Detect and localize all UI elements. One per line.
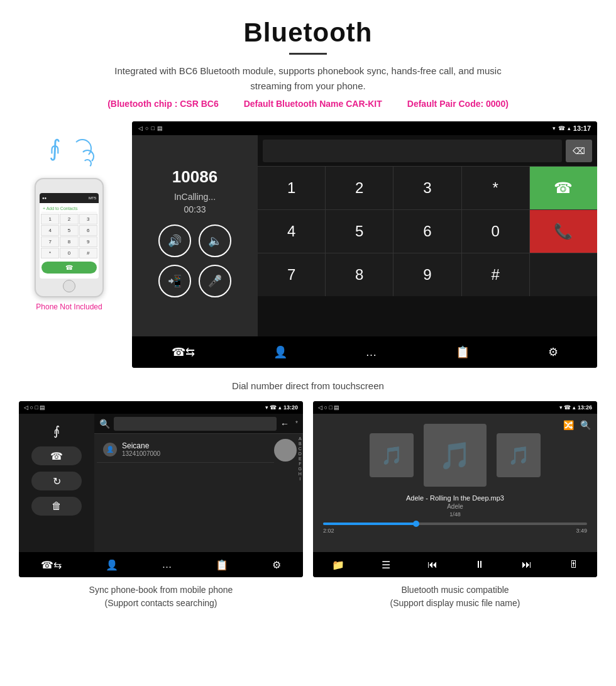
phone-screen: ●● MT5 + Add to Contacts 1 2 3 4 5 6 7 8… <box>40 193 99 279</box>
status-bar: ◁ ○ □ ▤ ▾ ☎ ▴ 13:17 <box>132 121 597 135</box>
status-left: ◁ ○ □ ▤ <box>138 125 163 131</box>
call-button[interactable]: ☎ <box>530 167 597 209</box>
header-divider <box>289 53 327 55</box>
pb-contact-number: 13241007000 <box>122 450 268 457</box>
phone-illustration: ⨙ ●● MT5 + Add to Contacts 1 2 <box>19 134 119 311</box>
key-0[interactable]: 0 <box>462 210 529 253</box>
key-5[interactable]: 5 <box>326 210 393 253</box>
ms-toolbar-prev[interactable]: ⏮ <box>427 559 437 570</box>
key-2[interactable]: 2 <box>326 167 393 209</box>
transfer-button[interactable]: 📲 <box>158 265 191 297</box>
pb-contact-row: 👤 Seicane 13241007000 <box>97 436 274 463</box>
key-3[interactable]: 3 <box>393 167 461 209</box>
back-icon: ◁ <box>138 125 143 131</box>
spec-chip: (Bluetooth chip : CSR BC6 <box>107 99 219 109</box>
music-caption: Bluetooth music compatible (Support disp… <box>313 584 597 610</box>
pb-refresh-btn[interactable]: ↻ <box>31 472 82 490</box>
pb-toolbar-transfer[interactable]: 📋 <box>216 559 228 571</box>
numpad-grid: 1 2 3 * ☎ 4 5 6 0 📞 7 8 9 # <box>258 167 597 296</box>
pb-toolbar-dialpad[interactable]: … <box>162 559 172 570</box>
ms-album-art-main: 🎵 <box>424 424 487 487</box>
pb-toolbar-call[interactable]: ☎⇆ <box>41 559 62 571</box>
key-4[interactable]: 4 <box>258 210 325 253</box>
dial-input-display <box>263 140 562 162</box>
pb-bluetooth-icon: ⨙ <box>41 421 72 440</box>
end-call-button[interactable]: 📞 <box>530 210 597 253</box>
ms-status-bar: ◁ ○ □ ▤ ▾ ☎ ▴ 13:26 <box>313 401 597 414</box>
toolbar-settings-icon[interactable]: ⚙ <box>548 345 558 359</box>
mute-button[interactable]: 🎤 <box>199 265 231 297</box>
pb-search-bar[interactable] <box>114 417 277 431</box>
pb-contact-name: Seicane <box>122 441 268 450</box>
dialed-number: 10086 <box>172 167 217 187</box>
phone-dialer: 1 2 3 4 5 6 7 8 9 * 0 # <box>40 213 99 260</box>
main-content: ⨙ ●● MT5 + Add to Contacts 1 2 <box>0 115 616 374</box>
key-6[interactable]: 6 <box>393 210 461 253</box>
pb-back-arrow[interactable]: ← <box>280 419 289 429</box>
pb-body: ⨙ ☎ ↻ 🗑 🔍 ← * � <box>19 414 303 552</box>
key-1[interactable]: 1 <box>258 167 325 209</box>
page-header: Bluetooth Integrated with BC6 Bluetooth … <box>0 0 616 115</box>
signal-arc-small <box>83 159 92 168</box>
ms-toolbar-play[interactable]: ⏸ <box>475 559 485 570</box>
signal-arcs <box>75 139 94 168</box>
toolbar-call-icon[interactable]: ☎⇆ <box>172 345 195 359</box>
pb-right-content: 🔍 ← * 👤 Seicane 13241007000 <box>94 414 303 552</box>
ms-toolbar-folder[interactable]: 📁 <box>332 559 344 571</box>
ms-progress-fill <box>323 523 415 525</box>
ms-time-total: 3:49 <box>576 528 587 534</box>
pb-status-time: 13:20 <box>283 404 298 411</box>
pb-delete-btn[interactable]: 🗑 <box>31 497 82 516</box>
pb-call-btn[interactable]: ☎ <box>31 446 82 465</box>
spec-code: Default Pair Code: 0000) <box>407 99 509 109</box>
call-info-panel: 10086 InCalling... 00:33 🔊 🔈 📲 🎤 <box>132 135 258 336</box>
volume-up-button[interactable]: 🔊 <box>158 224 191 257</box>
phonebook-screen-item: ◁ ○ □ ▤ ▾ ☎ ▴ 13:20 ⨙ ☎ ↻ 🗑 🔍 <box>19 401 303 610</box>
screenshot-icon: ▤ <box>157 125 163 131</box>
ms-body: 🔀 🔍 🎵 🎵 🎵 Adele - Rolling In the Deep.mp… <box>313 414 597 552</box>
backspace-button[interactable]: ⌫ <box>566 140 592 162</box>
pb-toolbar-settings[interactable]: ⚙ <box>272 559 281 571</box>
ms-time-current: 2:02 <box>323 528 334 534</box>
toolbar-dialpad-icon[interactable]: … <box>366 346 377 359</box>
ms-search-icon[interactable]: 🔍 <box>580 420 591 430</box>
key-star[interactable]: * <box>462 167 529 209</box>
music-screen-item: ◁ ○ □ ▤ ▾ ☎ ▴ 13:26 🔀 🔍 🎵 🎵 🎵 Adele - Ro <box>313 401 597 610</box>
phone-home-button <box>63 280 75 292</box>
ms-toolbar-next[interactable]: ⏭ <box>522 559 532 570</box>
volume-down-button[interactable]: 🔈 <box>199 224 231 257</box>
phone-topbar: ●● MT5 <box>40 193 99 203</box>
phonebook-screen: ◁ ○ □ ▤ ▾ ☎ ▴ 13:20 ⨙ ☎ ↻ 🗑 🔍 <box>19 401 303 577</box>
page-title: Bluetooth <box>13 18 603 48</box>
toolbar-contact-icon[interactable]: 👤 <box>273 345 287 359</box>
ms-progress-bar[interactable] <box>323 523 587 525</box>
pb-toolbar: ☎⇆ 👤 … 📋 ⚙ <box>19 552 303 577</box>
ms-album-art-small-right: 🎵 <box>497 433 541 477</box>
pb-search-row: 🔍 ← * <box>94 414 303 434</box>
ms-album-art-small-left: 🎵 <box>370 433 414 477</box>
ms-toolbar-eq[interactable]: 🎚 <box>569 559 579 570</box>
pb-toolbar-contact[interactable]: 👤 <box>106 559 118 571</box>
key-8[interactable]: 8 <box>326 253 393 296</box>
phonebook-caption: Sync phone-book from mobile phone (Suppo… <box>19 584 303 610</box>
key-9[interactable]: 9 <box>393 253 461 296</box>
pb-scroll-indicator <box>274 439 297 462</box>
phone-disclaimer: Phone Not Included <box>36 302 102 311</box>
location-icon: ▾ <box>553 125 556 131</box>
call-control-row1: 🔊 🔈 <box>158 224 231 257</box>
music-screen: ◁ ○ □ ▤ ▾ ☎ ▴ 13:26 🔀 🔍 🎵 🎵 🎵 Adele - Ro <box>313 401 597 577</box>
ms-toolbar: 📁 ☰ ⏮ ⏸ ⏭ 🎚 <box>313 552 597 577</box>
ms-shuffle-icon[interactable]: 🔀 <box>563 420 574 430</box>
pb-star: * <box>295 420 298 427</box>
pb-contact-info: Seicane 13241007000 <box>122 441 268 457</box>
ms-toolbar-list[interactable]: ☰ <box>382 559 390 571</box>
dial-caption: Dial number direct from touchscreen <box>0 380 616 391</box>
key-7[interactable]: 7 <box>258 253 325 296</box>
pb-left-nav: ⨙ ☎ ↻ 🗑 <box>19 414 94 552</box>
call-timer: 00:33 <box>184 204 206 214</box>
specs-row: (Bluetooth chip : CSR BC6 Default Blueto… <box>13 99 603 109</box>
key-hash[interactable]: # <box>462 253 529 296</box>
pb-search-icon: 🔍 <box>99 419 110 429</box>
toolbar-transfer-icon[interactable]: 📋 <box>456 345 470 359</box>
call-control-row2: 📲 🎤 <box>158 265 231 297</box>
